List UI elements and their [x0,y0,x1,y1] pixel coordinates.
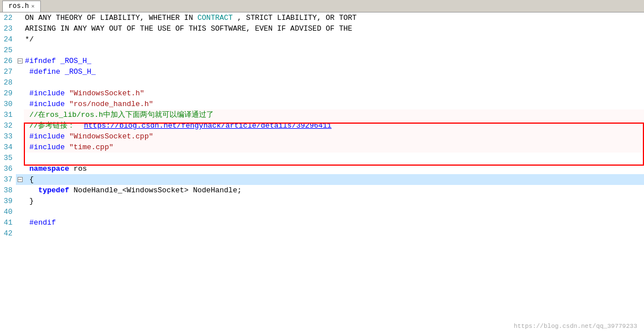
fold-icon-32[interactable] [16,120,24,131]
code-line-30: 30 #include "ros/node_handle.h" [0,99,644,109]
line-content-30: #include "ros/node_handle.h" [24,99,644,109]
line-content-34: #include "time.cpp" [24,142,644,153]
fold-icon-23[interactable] [16,23,24,34]
line-number-22: 22 [0,12,16,23]
line-content-32: //参考链接： https://blog.csdn.net/fengyhack/… [24,120,644,131]
code-line-33: 33 #include "WindowsSocket.cpp" [0,131,644,142]
code-line-22: 22ON ANY THEORY OF LIABILITY, WHETHER IN… [0,12,644,23]
line-number-42: 42 [0,228,16,239]
line-number-35: 35 [0,153,16,163]
editor-container: ros.h ✕ 22ON ANY THEORY OF LIABILITY, WH… [0,0,644,333]
code-line-28: 28 [0,77,644,88]
line-content-22: ON ANY THEORY OF LIABILITY, WHETHER IN C… [24,12,644,23]
line-content-29: #include "WindowsSocket.h" [24,88,644,99]
tab-bar: ros.h ✕ [0,0,644,12]
line-number-31: 31 [0,109,16,120]
code-line-27: 27 #define _ROS_H_ [0,66,644,77]
fold-icon-25[interactable] [16,45,24,56]
watermark: https://blog.csdn.net/qq_39779233 [514,323,637,330]
line-content-42 [24,228,644,239]
fold-icon-22[interactable] [16,12,24,23]
line-number-23: 23 [0,23,16,34]
code-line-38: 38 typedef NodeHandle_<WindowsSocket> No… [0,185,644,196]
code-line-35: 35 [0,153,644,163]
fold-icon-27[interactable] [16,66,24,77]
code-line-25: 25 [0,45,644,56]
line-content-23: ARISING IN ANY WAY OUT OF THE USE OF THI… [24,23,644,34]
fold-icon-24[interactable] [16,34,24,45]
line-number-36: 36 [0,163,16,174]
line-content-24: */ [24,34,644,45]
fold-icon-33[interactable] [16,131,24,142]
fold-icon-38[interactable] [16,185,24,196]
line-number-40: 40 [0,206,16,217]
close-icon[interactable]: ✕ [31,3,35,10]
fold-icon-34[interactable] [16,142,24,153]
fold-icon-40[interactable] [16,206,24,217]
line-number-24: 24 [0,34,16,45]
fold-icon-31[interactable] [16,109,24,120]
line-number-29: 29 [0,88,16,99]
fold-icon-30[interactable] [16,99,24,109]
line-content-39: } [24,196,644,206]
fold-icon-28[interactable] [16,77,24,88]
line-content-37: { [24,174,644,185]
code-area: 22ON ANY THEORY OF LIABILITY, WHETHER IN… [0,12,644,239]
line-number-30: 30 [0,99,16,109]
line-content-28 [24,77,644,88]
line-number-39: 39 [0,196,16,206]
fold-icon-35[interactable] [16,153,24,163]
code-line-32: 32 //参考链接： https://blog.csdn.net/fengyha… [0,120,644,131]
code-line-26: 26−#ifndef _ROS_H_ [0,56,644,66]
line-number-32: 32 [0,120,16,131]
line-content-25 [24,45,644,56]
line-number-33: 33 [0,131,16,142]
line-number-27: 27 [0,66,16,77]
line-content-36: namespace ros [24,163,644,174]
file-tab[interactable]: ros.h ✕ [2,1,41,12]
code-line-23: 23ARISING IN ANY WAY OUT OF THE USE OF T… [0,23,644,34]
fold-icon-26[interactable]: − [16,56,24,66]
lines-container[interactable]: 22ON ANY THEORY OF LIABILITY, WHETHER IN… [0,12,644,239]
code-line-24: 24*/ [0,34,644,45]
line-number-28: 28 [0,77,16,88]
code-line-41: 41 #endif [0,217,644,228]
fold-icon-39[interactable] [16,196,24,206]
line-number-41: 41 [0,217,16,228]
line-number-26: 26 [0,56,16,66]
line-number-37: 37 [0,174,16,185]
fold-icon-41[interactable] [16,217,24,228]
fold-icon-37[interactable]: − [16,174,24,185]
line-number-25: 25 [0,45,16,56]
line-content-31: //在ros_lib/ros.h中加入下面两句就可以编译通过了 [24,109,644,120]
line-content-41: #endif [24,217,644,228]
line-content-26: #ifndef _ROS_H_ [24,56,644,66]
line-content-40 [24,206,644,217]
line-content-27: #define _ROS_H_ [24,66,644,77]
line-number-38: 38 [0,185,16,196]
code-line-39: 39 } [0,196,644,206]
code-line-37: 37− { [0,174,644,185]
code-line-36: 36 namespace ros [0,163,644,174]
code-line-40: 40 [0,206,644,217]
fold-icon-42[interactable] [16,228,24,239]
file-tab-label: ros.h [9,2,29,10]
code-line-42: 42 [0,228,644,239]
line-content-38: typedef NodeHandle_<WindowsSocket> NodeH… [24,185,644,196]
code-line-31: 31 //在ros_lib/ros.h中加入下面两句就可以编译通过了 [0,109,644,120]
code-line-34: 34 #include "time.cpp" [0,142,644,153]
fold-icon-36[interactable] [16,163,24,174]
code-line-29: 29 #include "WindowsSocket.h" [0,88,644,99]
fold-icon-29[interactable] [16,88,24,99]
line-content-35 [24,153,644,163]
code-outer: 22ON ANY THEORY OF LIABILITY, WHETHER IN… [0,12,644,333]
line-number-34: 34 [0,142,16,153]
line-content-33: #include "WindowsSocket.cpp" [24,131,644,142]
